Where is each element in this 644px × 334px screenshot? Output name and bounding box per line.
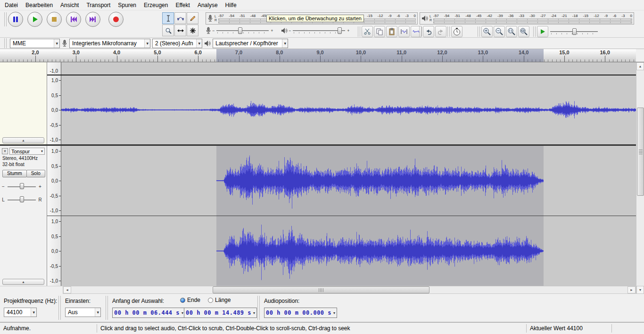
recording-volume-slider[interactable] xyxy=(215,26,270,35)
zoom-in-button[interactable] xyxy=(481,26,493,37)
zoom-out-button[interactable] xyxy=(494,26,505,37)
previous-track-wave-area[interactable] xyxy=(61,62,636,75)
trim-audio-button[interactable] xyxy=(398,26,410,37)
track2-close-button[interactable]: × xyxy=(2,148,8,154)
recording-volume-thumb[interactable] xyxy=(238,27,242,34)
track2-name-menu[interactable]: Tonspur ▾ xyxy=(9,148,45,155)
toolbar-grip[interactable] xyxy=(478,26,480,37)
ruler-time-label: 14,0 xyxy=(519,50,528,55)
record-button[interactable] xyxy=(108,12,124,27)
toolbar-grip[interactable] xyxy=(419,26,421,37)
toolbar-grip[interactable] xyxy=(58,296,61,320)
track2-collapse-button[interactable]: ▲ xyxy=(2,279,44,285)
toolbar-grip[interactable] xyxy=(358,26,360,37)
track1-vertical-ruler[interactable]: 1,00,50,0-0,5-1,0 xyxy=(47,75,61,144)
redo-button[interactable] xyxy=(435,26,446,37)
project-rate-select[interactable]: 44100 ▾ xyxy=(4,308,37,317)
timeline-ruler[interactable]: 2,03,04,05,06,07,08,09,010,011,012,013,0… xyxy=(0,49,636,62)
timer-record-button[interactable] xyxy=(451,26,462,37)
mute-button[interactable]: Stumm xyxy=(2,170,27,177)
track2-pan-slider[interactable] xyxy=(7,195,37,204)
track2-right-waveform[interactable] xyxy=(61,216,636,286)
playback-meter[interactable]: LR -57-54-51-48-45-42-39-36-33-30-27-24-… xyxy=(420,12,634,25)
snap-to-select[interactable]: Aus ▾ xyxy=(65,308,101,317)
menu-datei[interactable]: Datei xyxy=(1,0,22,10)
track2-left-vertical-ruler[interactable]: 1,00,50,0-0,5-1,0 xyxy=(47,146,61,216)
recording-device-select[interactable]: Integriertes Mikrofonarray ▾ xyxy=(69,39,150,48)
toolbar-grip[interactable] xyxy=(4,38,7,48)
stop-button[interactable] xyxy=(47,12,62,27)
menu-transport[interactable]: Transport xyxy=(83,0,114,10)
radio-length[interactable]: Länge xyxy=(208,297,231,303)
track2-gain-slider[interactable] xyxy=(7,182,37,191)
radio-end[interactable]: Ende xyxy=(180,297,200,303)
track2-control-panel[interactable]: × Tonspur ▾ Stereo, 44100Hz 32-bit float… xyxy=(0,146,47,286)
envelope-tool-button[interactable] xyxy=(174,12,186,24)
previous-track-vertical-ruler[interactable]: -1,0 xyxy=(47,62,61,75)
track2-left-waveform[interactable] xyxy=(61,146,636,216)
toolbar-grip[interactable] xyxy=(106,296,108,320)
menu-analyse[interactable]: Analyse xyxy=(194,0,222,10)
copy-button[interactable] xyxy=(374,26,385,37)
play-speed-slider[interactable] xyxy=(549,27,599,36)
track2-left-wave-area[interactable] xyxy=(61,146,636,216)
toolbar-grip[interactable] xyxy=(4,12,7,26)
solo-button[interactable]: Solo xyxy=(26,170,45,177)
menu-hilfe[interactable]: Hilfe xyxy=(222,0,240,10)
zoom-tool-button[interactable] xyxy=(162,25,174,36)
playback-volume-thumb[interactable] xyxy=(338,27,342,34)
audio-position-time[interactable]: 00 h 00 m 00.000 s ▾ xyxy=(264,308,337,318)
scroll-up-button[interactable]: ▲ xyxy=(636,62,644,70)
track1-control-panel[interactable]: ▲ xyxy=(0,62,47,144)
scroll-left-button[interactable]: ◄ xyxy=(63,286,71,293)
horizontal-scrollbar-track[interactable] xyxy=(71,286,627,293)
track2-right-wave-area[interactable] xyxy=(61,216,636,286)
selection-end-time[interactable]: 00 h 00 m 14.489 s ▾ xyxy=(184,308,257,318)
toolbar-grip[interactable] xyxy=(447,26,450,37)
play-button[interactable] xyxy=(27,12,42,27)
menu-erzeugen[interactable]: Erzeugen xyxy=(140,0,172,10)
scroll-right-button[interactable]: ► xyxy=(627,286,636,293)
multi-tool-button[interactable] xyxy=(187,25,198,36)
horizontal-scrollbar-thumb[interactable] xyxy=(213,286,429,293)
timeshift-tool-button[interactable] xyxy=(174,25,186,36)
draw-tool-button[interactable] xyxy=(187,12,198,24)
selection-start-time[interactable]: 00 h 00 m 06.444 s ▾ xyxy=(112,308,185,318)
audio-host-select[interactable]: MME ▾ xyxy=(10,39,60,48)
fit-selection-button[interactable] xyxy=(506,26,517,37)
fit-project-button[interactable] xyxy=(518,26,529,37)
track2-pan-thumb[interactable] xyxy=(20,196,24,202)
cut-button[interactable] xyxy=(362,26,373,37)
menu-effekt[interactable]: Effekt xyxy=(172,0,193,10)
vertical-scrollbar-thumb[interactable] xyxy=(637,108,644,196)
radio-selected-icon xyxy=(180,298,185,303)
monitoring-tooltip[interactable]: Klicken, um die Überwachung zu starten xyxy=(266,15,364,22)
recording-channels-select[interactable]: 2 (Stereo) Aufn ▾ xyxy=(152,39,202,48)
scrollbar-filler xyxy=(0,286,63,294)
track1-wave-area[interactable] xyxy=(61,75,636,144)
toolbar-grip[interactable] xyxy=(257,296,260,320)
menu-ansicht[interactable]: Ansicht xyxy=(57,0,83,10)
menu-spuren[interactable]: Spuren xyxy=(114,0,140,10)
horizontal-scrollbar[interactable]: ◄ ► xyxy=(63,286,636,294)
skip-to-end-button[interactable] xyxy=(85,12,100,27)
toolbar-grip[interactable] xyxy=(533,26,536,37)
recording-meter[interactable]: LR -57-54-51-48-45-42-39-36-33-30-27-24-… xyxy=(206,12,418,25)
play-at-speed-button[interactable] xyxy=(537,26,548,37)
playback-volume-slider[interactable] xyxy=(292,26,346,35)
vertical-scrollbar[interactable]: ▲ ▼ xyxy=(636,62,644,294)
menu-bearbeiten[interactable]: Bearbeiten xyxy=(22,0,57,10)
track1-waveform[interactable] xyxy=(61,75,636,144)
scroll-down-button[interactable]: ▼ xyxy=(636,286,644,294)
playback-device-select[interactable]: Lautsprecher / Kopfhörer ▾ xyxy=(213,39,288,48)
track2-right-vertical-ruler[interactable]: 1,00,50,0-0,5-1,0 xyxy=(47,216,61,286)
track1-collapse-button[interactable]: ▲ xyxy=(2,137,44,143)
skip-to-start-button[interactable] xyxy=(66,12,81,27)
play-speed-thumb[interactable] xyxy=(572,28,577,35)
ruler-tick xyxy=(597,59,597,62)
pause-button[interactable] xyxy=(8,12,23,27)
paste-button[interactable] xyxy=(386,26,397,37)
track2-gain-thumb[interactable] xyxy=(20,183,24,189)
selection-tool-button[interactable] xyxy=(162,12,174,24)
undo-button[interactable] xyxy=(423,26,434,37)
